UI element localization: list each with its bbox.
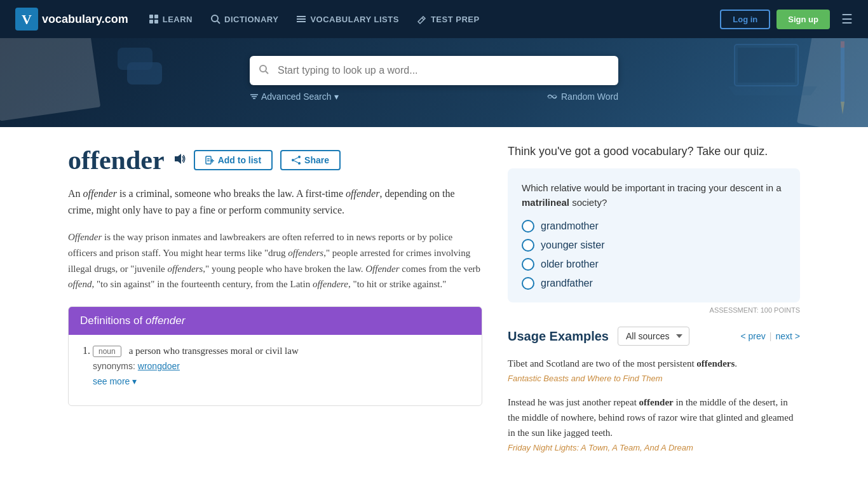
site-name: vocabulary.com: [42, 13, 128, 26]
nav-learn[interactable]: LEARN: [149, 14, 193, 24]
quiz-option-older-brother[interactable]: older brother: [522, 258, 786, 271]
source-select-wrap: All sources Fiction News Non-fiction: [618, 327, 689, 346]
svg-line-33: [294, 158, 298, 159]
see-more-button[interactable]: see more ▾: [93, 376, 137, 386]
def-text: a person who transgresses moral or civil…: [129, 346, 299, 356]
random-icon: [547, 93, 557, 100]
login-button[interactable]: Log in: [720, 10, 770, 29]
quiz-options: grandmother younger sister older brother…: [522, 220, 786, 290]
definitions-box: Definitions of offender noun a person wh…: [68, 306, 482, 406]
svg-rect-3: [154, 15, 158, 18]
grid-icon: [149, 14, 159, 24]
svg-rect-18: [841, 41, 844, 48]
nav-test-prep[interactable]: TEST PREP: [417, 14, 480, 24]
audio-button[interactable]: [172, 152, 186, 169]
share-icon: [292, 156, 301, 165]
usage-source-1: Fantastic Beasts and Where to Find Them: [508, 374, 800, 383]
quiz-promo: Think you've got a good vocabulary? Take…: [508, 145, 800, 158]
radio-older-brother[interactable]: [522, 258, 534, 271]
deco-chat-bubbles: [114, 44, 178, 92]
usage-example-1: Tibet and Scotland are two of the most p…: [508, 356, 800, 383]
menu-button[interactable]: ☰: [841, 11, 853, 27]
svg-line-34: [294, 161, 298, 163]
speaker-icon: [172, 152, 186, 166]
list-icon: [296, 14, 306, 24]
word-title-row: offender Add to list: [68, 145, 482, 175]
svg-point-30: [298, 156, 301, 158]
svg-rect-16: [841, 44, 844, 102]
search-bar-icon: [259, 64, 269, 77]
usage-title: Usage Examples: [508, 329, 609, 344]
svg-line-11: [422, 18, 424, 20]
synonyms-row: synonyms: wrongdoer: [93, 361, 470, 371]
usage-source-2: Friday Night Lights: A Town, A Team, And…: [508, 443, 800, 452]
svg-rect-4: [149, 20, 153, 24]
site-logo[interactable]: V vocabulary.com: [15, 8, 128, 30]
signup-button[interactable]: Sign up: [776, 10, 830, 29]
svg-rect-25: [206, 156, 211, 164]
svg-line-20: [266, 71, 268, 74]
filter-icon: [250, 92, 259, 101]
search-bar-wrap: [250, 56, 618, 85]
deco-laptop: [728, 38, 817, 104]
dictionary-search-icon: [210, 14, 220, 24]
search-meta: Advanced Search ▾ Random Word: [250, 92, 618, 102]
search-input[interactable]: [250, 56, 618, 85]
svg-point-32: [292, 159, 294, 161]
right-column: Think you've got a good vocabulary? Take…: [508, 145, 800, 464]
quiz-question: Which relative would be important in tra…: [522, 181, 786, 210]
quiz-box: Which relative would be important in tra…: [508, 168, 800, 302]
usage-text-1: Tibet and Scotland are two of the most p…: [508, 356, 800, 371]
definitions-body: noun a person who transgresses moral or …: [69, 335, 482, 405]
svg-point-31: [298, 162, 301, 165]
svg-point-19: [260, 65, 266, 72]
left-column: offender Add to list: [68, 145, 482, 464]
usage-prev-button[interactable]: < prev: [741, 331, 766, 341]
definitions-header: Definitions of offender: [69, 307, 482, 335]
share-button[interactable]: Share: [280, 150, 341, 170]
svg-point-6: [212, 15, 218, 22]
nav-vocab-lists[interactable]: VOCABULARY LISTS: [296, 14, 398, 24]
definition-item: noun a person who transgresses moral or …: [93, 345, 470, 386]
svg-text:V: V: [22, 11, 32, 27]
add-list-icon: [205, 156, 214, 165]
svg-rect-15: [738, 48, 795, 83]
source-select[interactable]: All sources Fiction News Non-fiction: [618, 327, 689, 346]
usage-header: Usage Examples All sources Fiction News …: [508, 327, 800, 346]
synonyms-label: synonyms:: [93, 361, 138, 371]
main-content: offender Add to list: [53, 127, 815, 482]
radio-younger-sister[interactable]: [522, 239, 534, 252]
radio-grandmother[interactable]: [522, 220, 534, 233]
usage-text-2: Instead he was just another repeat offen…: [508, 395, 800, 440]
pos-badge: noun: [93, 346, 121, 357]
quiz-option-grandmother[interactable]: grandmother: [522, 220, 786, 233]
main-nav: V vocabulary.com LEARN DICTIONARY VOCABU…: [0, 0, 868, 38]
deco-pencil: [836, 41, 849, 120]
usage-nav: < prev | next >: [741, 331, 800, 341]
edit-icon: [417, 14, 427, 24]
word-blurb: An offender is a criminal, someone who b…: [68, 186, 482, 218]
deco-paper-left: [0, 38, 100, 121]
radio-grandfather[interactable]: [522, 277, 534, 290]
logo-icon: V: [15, 8, 38, 30]
nav-links: LEARN DICTIONARY VOCABULARY LISTS TEST P…: [149, 14, 721, 24]
synonym-wrongdoer[interactable]: wrongdoer: [138, 361, 180, 371]
svg-marker-17: [841, 102, 844, 114]
word-title: offender: [68, 145, 165, 175]
svg-marker-24: [175, 154, 181, 164]
advanced-search-button[interactable]: Advanced Search ▾: [250, 92, 339, 102]
usage-example-2: Instead he was just another repeat offen…: [508, 395, 800, 452]
hero-section: Advanced Search ▾ Random Word: [0, 38, 868, 127]
svg-rect-5: [154, 20, 158, 24]
quiz-option-younger-sister[interactable]: younger sister: [522, 239, 786, 252]
add-to-list-button[interactable]: Add to list: [194, 150, 273, 170]
word-description: Offender is the way prison inmates and l…: [68, 229, 482, 292]
nav-dictionary[interactable]: DICTIONARY: [210, 14, 278, 24]
random-word-button[interactable]: Random Word: [547, 92, 618, 102]
svg-rect-13: [127, 62, 162, 85]
usage-next-button[interactable]: next >: [775, 331, 800, 341]
nav-actions: Log in Sign up ☰: [720, 10, 853, 29]
quiz-option-grandfather[interactable]: grandfather: [522, 277, 786, 290]
assessment-label: ASSESSMENT: 100 POINTS: [508, 306, 800, 314]
usage-nav-sep: |: [770, 331, 772, 341]
